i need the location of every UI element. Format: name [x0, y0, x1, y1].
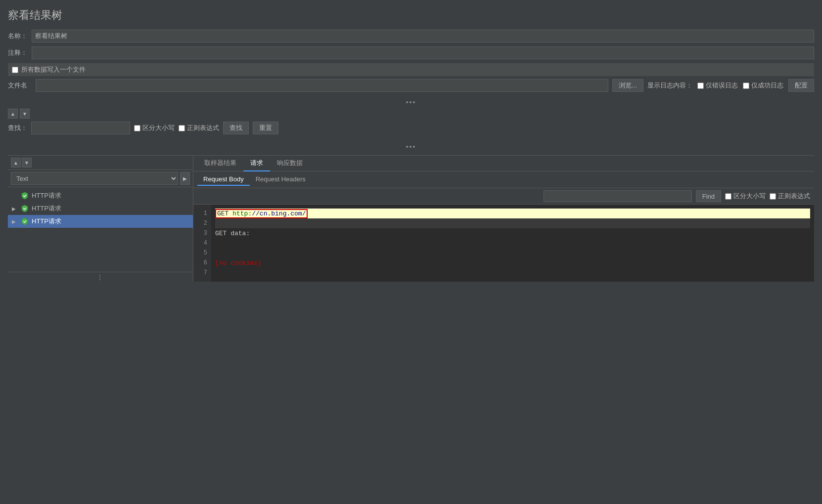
only-success-checkbox[interactable] [743, 83, 749, 89]
bracket-open: [ [215, 259, 219, 267]
all-data-row: 所有数据写入一个文件 [8, 63, 814, 76]
left-down-arrow-button[interactable]: ▼ [22, 158, 32, 168]
comment-input[interactable] [32, 46, 814, 59]
tree-item-2-label: HTTP请求 [32, 204, 61, 213]
search-label: 查找： [8, 124, 27, 132]
left-bottom-dots[interactable]: ⋮ [8, 272, 193, 282]
line-num-1: 1 [197, 209, 207, 218]
only-success-label[interactable]: 仅成功日志 [743, 81, 783, 90]
red-outline-box: GET http://cn.bing.com/ [215, 209, 308, 218]
expand-button[interactable]: ▶ [180, 172, 190, 185]
url-path: //cn.bing.com/ [252, 210, 306, 217]
dots-1: ••• [406, 98, 416, 106]
name-row: 名称： [8, 30, 814, 42]
up-arrow-button[interactable]: ▲ [8, 109, 18, 119]
code-line-6: [no cookies] [215, 258, 810, 268]
regex-checkbox[interactable] [179, 125, 185, 131]
find-button-right[interactable]: Find [696, 190, 721, 202]
tab-response[interactable]: 响应数据 [270, 156, 310, 171]
display-log-label: 显示日志内容： [647, 81, 692, 90]
tab-sampler-result[interactable]: 取样器结果 [197, 156, 243, 171]
line-num-2: 2 [197, 218, 207, 228]
get-text-1: GET [217, 210, 232, 217]
regex-right-checkbox[interactable] [770, 193, 776, 200]
line-num-6: 6 [197, 258, 207, 268]
find-button[interactable]: 查找 [223, 122, 249, 134]
dropdown-row: Text XML JSON HTML ▶ [8, 170, 193, 187]
tree-item-2[interactable]: ▶ HTTP请求 [8, 202, 193, 215]
left-panel: ▲ ▼ Text XML JSON HTML ▶ [8, 156, 193, 282]
case-sensitive-checkbox[interactable] [134, 125, 140, 131]
find-input[interactable] [544, 190, 692, 202]
code-line-3: GET data: [215, 228, 810, 238]
left-arrows-row: ▲ ▼ [8, 156, 193, 170]
bracket-close: ] [258, 259, 262, 267]
search-row: 查找： 区分大小写 正则表达式 查找 重置 [8, 122, 814, 134]
file-name-input[interactable] [36, 79, 608, 92]
search-input[interactable] [31, 122, 130, 134]
name-input[interactable] [32, 30, 814, 42]
regex-item[interactable]: 正则表达式 [179, 124, 219, 132]
http-scheme: http: [232, 210, 252, 217]
shield-icon-1 [21, 192, 29, 200]
nav-arrows-row: ▲ ▼ [8, 109, 814, 119]
all-data-checkbox[interactable] [12, 67, 18, 73]
case-sensitive-item[interactable]: 区分大小写 [134, 124, 175, 132]
down-arrow-button[interactable]: ▼ [20, 109, 30, 119]
case-sensitive-right-checkbox[interactable] [725, 193, 731, 200]
regex-right[interactable]: 正则表达式 [770, 192, 810, 201]
shield-icon-2 [21, 205, 29, 212]
main-area: ▲ ▼ Text XML JSON HTML ▶ [8, 155, 814, 282]
expand-arrow-2: ▶ [12, 206, 18, 211]
subtabs-row: Request Body Request Headers [193, 171, 814, 188]
code-line-1: GET http://cn.bing.com/ [215, 209, 810, 218]
only-error-checkbox[interactable] [697, 83, 704, 89]
main-container: 察看结果树 名称： 注释： 所有数据写入一个文件 文件名 浏览... 显示日志内… [0, 0, 822, 290]
tab-request[interactable]: 请求 [243, 156, 270, 171]
divider-1: ••• [8, 98, 814, 107]
subtab-request-headers[interactable]: Request Headers [250, 173, 312, 186]
file-name-label: 文件名 [8, 81, 32, 90]
no-cookies-text: no cookies [219, 259, 258, 267]
only-error-label[interactable]: 仅错误日志 [697, 81, 738, 90]
tree-item-3[interactable]: ▶ HTTP请求 [8, 215, 193, 228]
code-line-5 [215, 248, 810, 258]
code-lines: GET http://cn.bing.com/ GET data: [211, 205, 814, 282]
page-title: 察看结果树 [8, 8, 814, 23]
get-data-text: GET data: [215, 230, 250, 237]
line-num-4: 4 [197, 238, 207, 248]
line-num-7: 7 [197, 268, 207, 278]
tree-item-1[interactable]: HTTP请求 [8, 189, 193, 202]
shield-icon-3 [21, 217, 29, 225]
comment-label: 注释： [8, 48, 32, 57]
tree-list: HTTP请求 ▶ HTTP请求 ▶ [8, 187, 193, 272]
tree-item-1-label: HTTP请求 [32, 191, 61, 200]
config-button[interactable]: 配置 [788, 79, 814, 92]
find-row: Find 区分大小写 正则表达式 [193, 188, 814, 205]
line-numbers: 1 2 3 4 5 6 7 [193, 205, 211, 282]
tree-item-3-label: HTTP请求 [32, 217, 61, 226]
left-up-arrow-button[interactable]: ▲ [11, 158, 21, 168]
expand-arrow-3: ▶ [12, 219, 18, 224]
code-line-7 [215, 268, 810, 278]
comment-row: 注释： [8, 46, 814, 59]
code-line-4 [215, 238, 810, 248]
code-line-2 [215, 218, 810, 228]
file-name-row: 文件名 浏览... 显示日志内容： 仅错误日志 仅成功日志 配置 [8, 79, 814, 92]
reset-button[interactable]: 重置 [253, 122, 278, 134]
all-data-label[interactable]: 所有数据写入一个文件 [12, 65, 810, 74]
subtab-request-body[interactable]: Request Body [197, 173, 250, 186]
display-log-area: 显示日志内容： 仅错误日志 仅成功日志 配置 [647, 79, 814, 92]
code-area: 1 2 3 4 5 6 7 GET http://cn.bing.com/ [193, 205, 814, 282]
right-panel: 取样器结果 请求 响应数据 Request Body Request Heade… [193, 156, 814, 282]
divider-2: ••• [8, 142, 814, 151]
tabs-row: 取样器结果 请求 响应数据 [193, 156, 814, 171]
line-num-5: 5 [197, 248, 207, 258]
browse-button[interactable]: 浏览... [612, 79, 643, 92]
format-dropdown[interactable]: Text XML JSON HTML [11, 172, 178, 185]
case-sensitive-right[interactable]: 区分大小写 [725, 192, 766, 201]
name-label: 名称： [8, 32, 32, 41]
dots-2: ••• [406, 143, 416, 151]
line-num-3: 3 [197, 228, 207, 238]
